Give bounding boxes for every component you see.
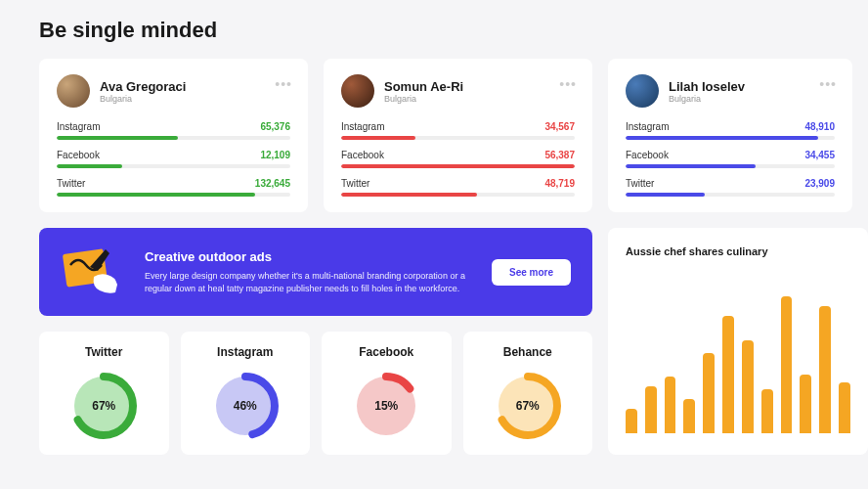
donut-title: Behance xyxy=(473,345,584,359)
chart-bar xyxy=(819,306,831,433)
progress-track xyxy=(57,164,290,168)
progress-track xyxy=(341,164,575,168)
more-dots-icon[interactable]: ••• xyxy=(559,76,577,92)
stat-row: Instagram 34,567 xyxy=(341,121,575,140)
profile-header: Lilah Ioselev Bulgaria xyxy=(626,74,835,108)
chart-bar xyxy=(722,316,734,433)
more-dots-icon[interactable]: ••• xyxy=(275,76,292,92)
see-more-button[interactable]: See more xyxy=(492,259,571,286)
stat-value: 48,719 xyxy=(544,178,575,189)
donut-percent: 67% xyxy=(516,399,540,413)
stat-row: Facebook 34,455 xyxy=(626,150,835,168)
chart-bar xyxy=(839,382,850,433)
chart-bar xyxy=(781,296,793,433)
avatar xyxy=(626,74,659,108)
chart-bar xyxy=(683,399,695,433)
middle-row: Creative outdoor ads Every large design … xyxy=(39,228,868,455)
progress-fill xyxy=(341,193,477,197)
stat-row: Twitter 48,719 xyxy=(341,178,575,197)
progress-fill xyxy=(341,136,415,140)
progress-fill xyxy=(57,164,122,168)
progress-track xyxy=(57,136,290,140)
donut-chart: 46% xyxy=(210,371,281,441)
stat-platform-label: Facebook xyxy=(626,150,669,160)
stat-value: 34,567 xyxy=(544,121,575,132)
note-hand-icon xyxy=(61,245,123,298)
banner-creative-ads: Creative outdoor ads Every large design … xyxy=(39,228,592,316)
donut-percent: 67% xyxy=(92,399,115,413)
stat-row: Facebook 56,387 xyxy=(341,150,575,168)
progress-track xyxy=(341,193,575,197)
profile-name: Ava Gregoraci xyxy=(100,79,186,94)
donut-title: Instagram xyxy=(191,345,301,359)
progress-track xyxy=(341,136,575,140)
banner-text: Creative outdoor ads Every large design … xyxy=(145,249,470,294)
progress-fill xyxy=(341,164,575,168)
stat-platform-label: Facebook xyxy=(57,150,100,160)
donut-card: Behance 67% xyxy=(463,332,593,455)
stat-platform-label: Facebook xyxy=(341,150,384,160)
progress-fill xyxy=(626,136,818,140)
profile-info: Somun Ae-Ri Bulgaria xyxy=(384,79,463,104)
stat-row: Instagram 65,376 xyxy=(57,121,290,140)
stat-row: Instagram 48,910 xyxy=(626,121,835,140)
stat-platform-label: Instagram xyxy=(341,121,384,132)
stat-value: 34,455 xyxy=(804,150,835,160)
donut-chart: 15% xyxy=(351,371,421,441)
chart-bar xyxy=(703,353,715,433)
progress-fill xyxy=(626,164,756,168)
chart-bar xyxy=(742,340,754,433)
stat-value: 48,910 xyxy=(804,121,835,132)
donut-card: Facebook 15% xyxy=(322,332,452,455)
chart-bar xyxy=(626,409,637,433)
profile-info: Lilah Ioselev Bulgaria xyxy=(669,79,745,104)
donut-chart: 67% xyxy=(493,371,563,441)
stat-value: 23,909 xyxy=(804,178,835,189)
donut-percent: 15% xyxy=(374,399,398,413)
stat-value: 12,109 xyxy=(260,150,290,160)
progress-track xyxy=(626,164,835,168)
donut-card: Twitter 67% xyxy=(39,332,169,455)
stat-platform-label: Instagram xyxy=(57,121,100,132)
stat-value: 132,645 xyxy=(255,178,290,189)
donut-chart: 67% xyxy=(68,371,139,441)
profile-name: Somun Ae-Ri xyxy=(384,79,463,94)
stat-platform-label: Twitter xyxy=(626,178,654,189)
donut-title: Facebook xyxy=(331,345,442,359)
progress-track xyxy=(626,193,835,197)
profile-card: Ava Gregoraci Bulgaria ••• Instagram 65,… xyxy=(39,59,308,212)
progress-track xyxy=(626,136,835,140)
stat-platform-label: Twitter xyxy=(57,178,85,189)
stat-platform-label: Twitter xyxy=(341,178,369,189)
profile-country: Bulgaria xyxy=(384,94,463,104)
profile-header: Ava Gregoraci Bulgaria xyxy=(57,74,290,108)
bar-chart xyxy=(626,277,850,433)
stat-row: Facebook 12,109 xyxy=(57,150,290,168)
left-column: Creative outdoor ads Every large design … xyxy=(39,228,592,455)
progress-track xyxy=(57,193,290,197)
profile-cards-row: Ava Gregoraci Bulgaria ••• Instagram 65,… xyxy=(39,59,868,212)
progress-fill xyxy=(57,193,255,197)
bar-chart-card: Aussie chef shares culinary xyxy=(608,228,868,455)
chart-bar xyxy=(645,386,657,433)
profile-card: Somun Ae-Ri Bulgaria ••• Instagram 34,56… xyxy=(324,59,592,212)
profile-header: Somun Ae-Ri Bulgaria xyxy=(341,74,575,108)
more-dots-icon[interactable]: ••• xyxy=(819,76,837,92)
page-title: Be single minded xyxy=(39,18,868,43)
profile-country: Bulgaria xyxy=(669,94,745,104)
progress-fill xyxy=(57,136,178,140)
banner-description: Every large design company whether it's … xyxy=(145,270,470,294)
profile-info: Ava Gregoraci Bulgaria xyxy=(100,79,186,104)
chart-bar xyxy=(761,389,773,433)
chart-bar xyxy=(800,375,811,433)
avatar xyxy=(57,74,90,108)
profile-country: Bulgaria xyxy=(100,94,186,104)
banner-title: Creative outdoor ads xyxy=(145,249,470,264)
donut-row: Twitter 67% Instagram 46% Facebook 15% xyxy=(39,332,592,455)
donut-card: Instagram 46% xyxy=(181,332,311,455)
stat-row: Twitter 23,909 xyxy=(626,178,835,197)
donut-title: Twitter xyxy=(49,345,159,359)
avatar xyxy=(341,74,374,108)
profile-name: Lilah Ioselev xyxy=(669,79,745,94)
stat-value: 56,387 xyxy=(544,150,575,160)
